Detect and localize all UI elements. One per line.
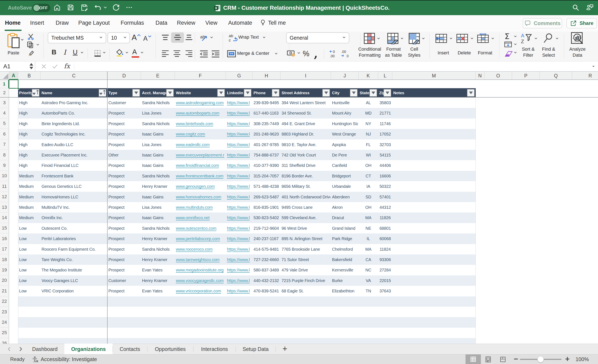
cell-G19[interactable]: https://www.l [227, 265, 252, 275]
cell-H20[interactable]: 440-432-2132 [254, 275, 280, 286]
accounting-chevron-icon[interactable] [297, 51, 301, 56]
cell-L5[interactable]: 11746 [378, 119, 392, 129]
cell-I4[interactable]: 34 Sherwood St. [282, 108, 330, 118]
cell-I20[interactable]: 7215 Purple Finch Drive [282, 275, 330, 286]
row-header-16[interactable]: 16 [0, 234, 9, 244]
cell-G8[interactable]: https://www.l [227, 150, 252, 160]
cell-H5[interactable]: 308-235-7449 [254, 119, 280, 129]
filter-button-phone[interactable] [272, 89, 280, 97]
cell-D14[interactable]: Prospect [108, 212, 140, 223]
autosum-chevron-icon[interactable] [513, 34, 517, 39]
sheet-nav-right-icon[interactable] [17, 346, 24, 353]
normal-view-button[interactable] [465, 355, 481, 364]
cell-D13[interactable]: Prospect [108, 202, 140, 212]
cell-K13[interactable]: OH [359, 202, 378, 212]
cell-I16[interactable]: 895 N. Arlington Street [282, 234, 330, 244]
row-header-20[interactable]: 20 [0, 275, 9, 286]
ribbon-tab-page-layout[interactable]: Page Layout [78, 15, 110, 31]
column-header-K[interactable]: K [359, 72, 378, 80]
add-sheet-button[interactable]: + [281, 344, 289, 354]
cell-E17[interactable]: Sandra Nichols [142, 244, 174, 254]
cell-E5[interactable]: Sandra Nichols [142, 119, 174, 129]
format-painter-icon[interactable] [26, 49, 35, 58]
wrap-text-icon[interactable]: abc [228, 33, 238, 43]
share-button[interactable]: Share [566, 18, 597, 28]
column-header-H[interactable]: H [252, 72, 281, 80]
cell-E16[interactable]: Henry Kramer [142, 234, 174, 244]
font-name-select[interactable]: Trebuchet MS [48, 32, 106, 43]
cell-H11[interactable]: 571-488-4238 [254, 181, 280, 192]
column-header-F[interactable]: F [175, 72, 226, 80]
decrease-font-icon[interactable]: A [143, 34, 152, 42]
cell-L15[interactable]: 68801 [378, 223, 392, 234]
cell-L21[interactable]: 37643 [378, 286, 392, 296]
font-color-chevron-icon[interactable] [140, 50, 144, 55]
cell-B11[interactable]: Medium [19, 181, 40, 192]
cell-L12[interactable]: 57401 [378, 192, 392, 202]
column-header-G[interactable]: G [226, 72, 252, 80]
row-header-22[interactable]: 22 [0, 296, 9, 307]
number-format-select[interactable]: General [286, 32, 349, 43]
insert-cells-chevron-icon[interactable] [449, 36, 453, 41]
cell-F10[interactable]: www.frontescentbank.com [176, 171, 225, 181]
cell-K4[interactable]: MD [359, 108, 378, 118]
filter-button-website[interactable] [217, 89, 225, 97]
merge-center-chevron-icon[interactable] [274, 51, 278, 57]
cell-L19[interactable]: 27284 [378, 265, 392, 275]
row-header-15[interactable]: 15 [0, 223, 9, 234]
cell-B8[interactable]: High [19, 150, 40, 160]
cell-J21[interactable]: Elizabethton [332, 286, 358, 296]
filter-button-linkedin[interactable] [244, 89, 251, 97]
insert-cells-label[interactable]: Insert [433, 50, 454, 56]
column-header-C[interactable]: C [41, 72, 107, 80]
cell-E13[interactable]: Lisa Jones [142, 202, 174, 212]
cell-J7[interactable]: Apopka [332, 139, 358, 150]
cell-I10[interactable]: 8196 Border Ave. [282, 171, 330, 181]
cell-B14[interactable]: Medium [19, 212, 40, 223]
ribbon-tab-insert[interactable]: Insert [30, 15, 44, 31]
cell-D11[interactable]: Prospect [108, 181, 140, 192]
cell-K5[interactable]: NY [359, 119, 378, 129]
column-header-B[interactable]: B [18, 72, 41, 80]
cell-K9[interactable]: OH [359, 160, 378, 170]
row-header-1[interactable]: 1 [0, 80, 9, 88]
cell-J11[interactable]: Urbandale [332, 181, 358, 192]
cell-B20[interactable]: Low [19, 275, 40, 286]
cell-G3[interactable]: https://www.l [227, 97, 252, 108]
bold-button[interactable]: B [50, 48, 58, 56]
align-middle-button[interactable] [171, 32, 184, 43]
cell-K3[interactable]: AL [359, 97, 378, 108]
cell-G11[interactable]: https://www.l [227, 181, 252, 192]
autosave-toggle[interactable]: OFF [32, 4, 50, 12]
cell-D8[interactable]: Other [108, 150, 140, 160]
cell-E21[interactable]: Evan Yates [142, 286, 174, 296]
cell-E11[interactable]: Henry Kramer [142, 181, 174, 192]
cell-L14[interactable]: 11826 [378, 212, 392, 223]
cell-C12[interactable]: HomovaHomes LLC [42, 192, 107, 202]
ribbon-tab-draw[interactable]: Draw [56, 15, 69, 31]
cell-C9[interactable]: Finoid Financial LLC [42, 160, 107, 170]
clear-chevron-icon[interactable] [513, 50, 517, 55]
cell-J15[interactable]: Grand Island [332, 223, 358, 234]
cell-D3[interactable]: Customer [108, 97, 140, 108]
cell-F8[interactable]: www.execuveeplacement.r [176, 150, 225, 160]
undo-chevron-icon[interactable] [103, 5, 108, 11]
ribbon-tab-view[interactable]: View [205, 15, 217, 31]
cell-C6[interactable]: Cogitz Technologies Inc. [42, 129, 107, 139]
cell-J6[interactable]: West Orange [332, 129, 358, 139]
filter-button-name[interactable] [99, 89, 106, 97]
column-header-N[interactable]: N [476, 72, 484, 80]
cell-F7[interactable]: www.eadeollc.com [176, 139, 225, 150]
cell-G15[interactable]: https://www.l [227, 223, 252, 234]
orientation-icon[interactable]: ab [200, 33, 209, 43]
paste-chevron-icon[interactable] [20, 37, 25, 43]
cell-F15[interactable]: www.outescentco.com [176, 223, 225, 234]
cell-J16[interactable]: Park Ridge [332, 234, 358, 244]
cell-G7[interactable]: https://www.l [227, 139, 252, 150]
italic-button[interactable]: I [61, 48, 69, 56]
cell-H18[interactable]: 727-232-6660 [254, 254, 280, 265]
cell-D21[interactable]: Prospect [108, 286, 140, 296]
cell-D7[interactable]: Prospect [108, 139, 140, 150]
row-header-23[interactable]: 23 [0, 307, 9, 317]
cell-F12[interactable]: www.homovahomes.com [176, 192, 225, 202]
